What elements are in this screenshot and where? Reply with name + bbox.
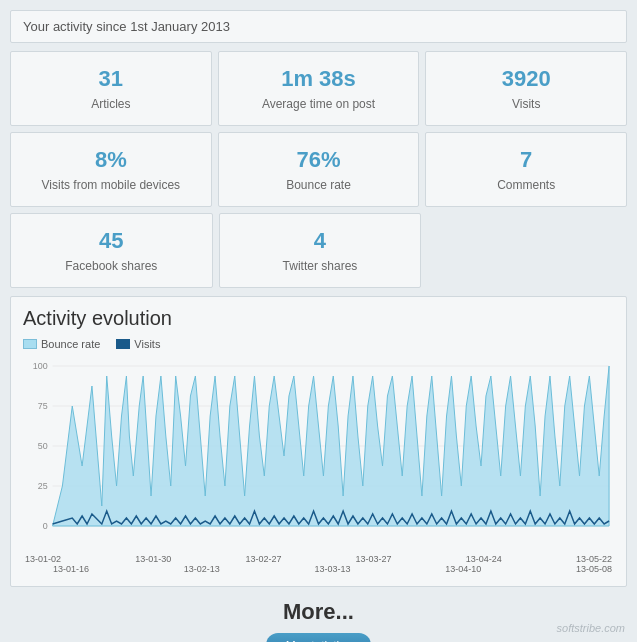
svg-text:100: 100 [33, 361, 48, 371]
stat-mobile-value: 8% [21, 147, 201, 173]
stat-visits: 3920 Visits [425, 51, 627, 126]
stat-bounce-value: 76% [229, 147, 409, 173]
stat-facebook: 45 Facebook shares [10, 213, 213, 288]
svg-text:0: 0 [43, 521, 48, 531]
activity-title: Activity evolution [23, 307, 614, 330]
activity-chart: 100 75 50 25 0 [23, 356, 614, 556]
stat-twitter-label: Twitter shares [283, 259, 358, 273]
svg-text:75: 75 [38, 401, 48, 411]
more-link[interactable]: More... [10, 599, 627, 625]
x-axis-top: 13-01-02 13-01-30 13-02-27 13-03-27 13-0… [23, 554, 614, 564]
stat-avg-time-label: Average time on post [262, 97, 375, 111]
stat-articles: 31 Articles [10, 51, 212, 126]
stat-facebook-label: Facebook shares [65, 259, 157, 273]
legend-bounce-label: Bounce rate [41, 338, 100, 350]
stat-avg-time-value: 1m 38s [229, 66, 409, 92]
activity-section: Activity evolution Bounce rate Visits 10… [10, 296, 627, 587]
stat-mobile-label: Visits from mobile devices [42, 178, 181, 192]
stat-comments-value: 7 [436, 147, 616, 173]
legend-bounce: Bounce rate [23, 338, 100, 350]
stat-twitter-value: 4 [230, 228, 411, 254]
legend-visits-icon [116, 339, 130, 349]
stats-row-2: 8% Visits from mobile devices 76% Bounce… [10, 132, 627, 207]
svg-text:25: 25 [38, 481, 48, 491]
stat-twitter: 4 Twitter shares [219, 213, 422, 288]
stat-articles-value: 31 [21, 66, 201, 92]
header-text: Your activity since 1st January 2013 [23, 19, 230, 34]
stat-articles-label: Articles [91, 97, 130, 111]
stat-bounce-label: Bounce rate [286, 178, 351, 192]
chart-wrapper: 100 75 50 25 0 13-01-02 13-01-30 13-02-2… [23, 356, 614, 576]
legend-bounce-icon [23, 339, 37, 349]
stat-facebook-value: 45 [21, 228, 202, 254]
stat-visits-value: 3920 [436, 66, 616, 92]
stat-visits-label: Visits [512, 97, 540, 111]
chart-legend: Bounce rate Visits [23, 338, 614, 350]
stat-bounce: 76% Bounce rate [218, 132, 420, 207]
stats-row-1: 31 Articles 1m 38s Average time on post … [10, 51, 627, 126]
svg-text:50: 50 [38, 441, 48, 451]
stats-row-3: 45 Facebook shares 4 Twitter shares [10, 213, 421, 288]
stat-comments-label: Comments [497, 178, 555, 192]
footer-section: More... My statistics [10, 595, 627, 642]
stat-avg-time: 1m 38s Average time on post [218, 51, 420, 126]
my-statistics-button[interactable]: My statistics [266, 633, 371, 642]
legend-visits: Visits [116, 338, 160, 350]
activity-header: Your activity since 1st January 2013 [10, 10, 627, 43]
svg-marker-10 [53, 366, 610, 526]
x-axis-bottom: 13-01-16 13-02-13 13-03-13 13-04-10 13-0… [23, 564, 614, 574]
stat-comments: 7 Comments [425, 132, 627, 207]
watermark: softstribe.com [557, 622, 625, 634]
main-container: Your activity since 1st January 2013 31 … [10, 10, 627, 642]
stat-mobile: 8% Visits from mobile devices [10, 132, 212, 207]
legend-visits-label: Visits [134, 338, 160, 350]
